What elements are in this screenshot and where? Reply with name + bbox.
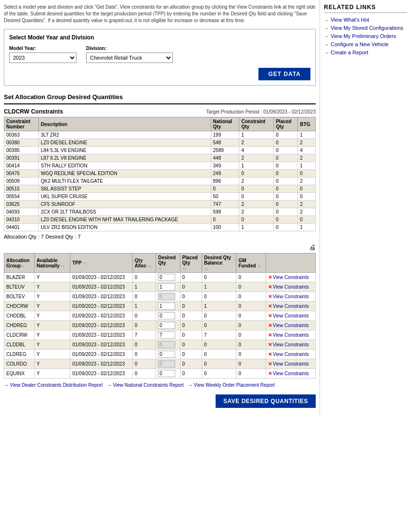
- get-data-button[interactable]: GET DATA: [258, 68, 310, 80]
- desired-qty-input[interactable]: [158, 274, 175, 281]
- alloc-desired-cell: [156, 302, 180, 311]
- constraint-description: L84 5.3L V8 ENGINE: [39, 147, 211, 154]
- desired-qty-input[interactable]: [158, 370, 175, 377]
- sidebar-link[interactable]: View What's Hot: [331, 17, 369, 23]
- alloc-qty: 0: [132, 350, 156, 359]
- alloc-tpp: 01/09/2023 - 02/12/2023: [70, 292, 133, 302]
- alloc-group: CLDDBL: [4, 340, 35, 350]
- constraint-placed: 0: [274, 201, 298, 208]
- model-year-select[interactable]: 2023 2022 2021: [9, 52, 77, 63]
- arrow-icon: →: [324, 42, 329, 47]
- alloc-available: Y: [34, 359, 70, 369]
- constraint-description: 2CX OR 2LT TRAILBOSS: [39, 208, 211, 216]
- alloc-available: Y: [34, 350, 70, 359]
- allocation-section-title: Set Allocation Group Desired Quantities: [4, 90, 316, 104]
- constraint-btg: 0: [298, 216, 316, 224]
- constraint-qty: 1: [239, 131, 274, 139]
- view-constraints-link[interactable]: View Constraints: [273, 304, 309, 309]
- view-constraints-link[interactable]: View Constraints: [273, 361, 309, 367]
- x-icon: ✕: [268, 332, 272, 338]
- sidebar: RELATED LINKS →View What's Hot→View My S…: [320, 0, 411, 415]
- desired-qty-input[interactable]: [158, 360, 175, 367]
- x-icon: ✕: [268, 304, 272, 309]
- alloc-group: BLAZER: [4, 273, 35, 282]
- alloc-funded: 0: [236, 350, 266, 359]
- alloc-funded: 0: [236, 302, 266, 311]
- alloc-available: Y: [34, 340, 70, 350]
- print-icon[interactable]: 🖨: [309, 243, 316, 251]
- view-constraints-link[interactable]: View Constraints: [273, 294, 309, 299]
- alloc-funded: 0: [236, 273, 266, 282]
- desired-qty-input[interactable]: [158, 331, 175, 339]
- alloc-row: BLAZER Y 01/09/2023 - 02/12/2023 0 0 0 0…: [4, 273, 316, 282]
- alloc-view-constraints: ✕View Constraints: [266, 340, 315, 350]
- alloc-view-constraints: ✕View Constraints: [266, 292, 315, 302]
- alloc-desired-cell: [156, 282, 180, 292]
- constraint-national: 747: [211, 201, 239, 208]
- desired-qty-input[interactable]: [158, 293, 175, 300]
- view-constraints-link[interactable]: View Constraints: [273, 332, 309, 338]
- constraint-qty: 2: [239, 201, 274, 208]
- national-constraints-link[interactable]: View National Constraints Report: [113, 382, 184, 388]
- alloc-tpp: 01/09/2023 - 02/12/2023: [70, 282, 133, 292]
- alloc-balance: 0: [202, 350, 236, 359]
- constraint-qty: 1: [239, 224, 274, 231]
- sidebar-link-item: →Create a Report: [324, 50, 407, 55]
- view-constraints-link[interactable]: View Constraints: [273, 371, 309, 376]
- alloc-desired-cell: [156, 330, 180, 340]
- alloc-balance: 0: [202, 321, 236, 330]
- view-constraints-link[interactable]: View Constraints: [273, 342, 309, 347]
- view-constraints-link[interactable]: View Constraints: [273, 323, 309, 328]
- constraint-qty: 2: [239, 139, 274, 147]
- alloc-col-placed-qty: PlacedQty↑↓: [180, 253, 202, 273]
- constraint-number: 04310: [4, 216, 39, 224]
- desired-qty-input[interactable]: [158, 283, 175, 291]
- alloc-placed: 0: [180, 350, 202, 359]
- dealer-constraints-link[interactable]: View Dealer Constraints Distribution Rep…: [10, 382, 103, 388]
- alloc-funded: 0: [236, 292, 266, 302]
- arrow-icon: →: [4, 382, 10, 388]
- alloc-balance: 0: [202, 311, 236, 321]
- sidebar-link[interactable]: Configure a New Vehicle: [331, 41, 388, 47]
- x-icon: ✕: [268, 294, 272, 299]
- constraints-title: CLDCRW Constraints: [4, 108, 63, 115]
- view-constraints-link[interactable]: View Constraints: [273, 352, 309, 357]
- division-group: Division: Chevrolet Retail Truck Buick C…: [86, 46, 173, 63]
- desired-qty-input[interactable]: [158, 312, 175, 319]
- intro-text: Select a model year and division and cli…: [4, 4, 316, 24]
- desired-qty-input[interactable]: [158, 351, 175, 358]
- constraint-description: STH RALLY EDITION: [39, 162, 211, 170]
- arrow-icon: →: [324, 25, 329, 31]
- alloc-balance: 1: [202, 282, 236, 292]
- save-desired-quantities-button[interactable]: SAVE DESIRED QUANTITIES: [216, 394, 316, 408]
- alloc-row: BLTEUV Y 01/09/2023 - 02/12/2023 1 0 1 0…: [4, 282, 316, 292]
- x-icon: ✕: [268, 284, 272, 290]
- alloc-funded: 0: [236, 330, 266, 340]
- sidebar-link[interactable]: Create a Report: [331, 50, 368, 55]
- desired-qty-input[interactable]: [158, 322, 175, 329]
- weekly-order-link[interactable]: View Weekly Order Placement Report: [194, 382, 275, 388]
- constraint-national: 548: [211, 139, 239, 147]
- desired-qty-input[interactable]: [158, 341, 175, 348]
- view-constraints-link[interactable]: View Constraints: [273, 284, 309, 290]
- sidebar-link[interactable]: View My Preliminary Orders: [331, 33, 396, 39]
- desired-qty-input[interactable]: [158, 303, 175, 310]
- view-constraints-link[interactable]: View Constraints: [273, 275, 309, 280]
- alloc-group: EQUINX: [4, 369, 35, 379]
- sidebar-link[interactable]: View My Stored Configurations: [331, 25, 403, 31]
- constraint-number: 00380: [4, 139, 39, 147]
- col-placed-qty: PlacedQty: [274, 117, 298, 131]
- alloc-view-constraints: ✕View Constraints: [266, 350, 315, 359]
- alloc-desired-cell: [156, 321, 180, 330]
- view-constraints-link[interactable]: View Constraints: [273, 313, 309, 318]
- constraints-header: CLDCRW Constraints Target Production Per…: [4, 108, 316, 115]
- division-select[interactable]: Chevrolet Retail Truck Buick Cadillac GM…: [86, 52, 173, 63]
- arrow-icon3: →: [188, 382, 194, 388]
- alloc-tpp: 01/09/2023 - 02/12/2023: [70, 330, 133, 340]
- alloc-tpp: 01/09/2023 - 02/12/2023: [70, 302, 133, 311]
- alloc-desired-cell: [156, 359, 180, 369]
- alloc-funded: 0: [236, 340, 266, 350]
- alloc-group: BLTEUV: [4, 282, 35, 292]
- constraint-qty: 1: [239, 162, 274, 170]
- alloc-available: Y: [34, 273, 70, 282]
